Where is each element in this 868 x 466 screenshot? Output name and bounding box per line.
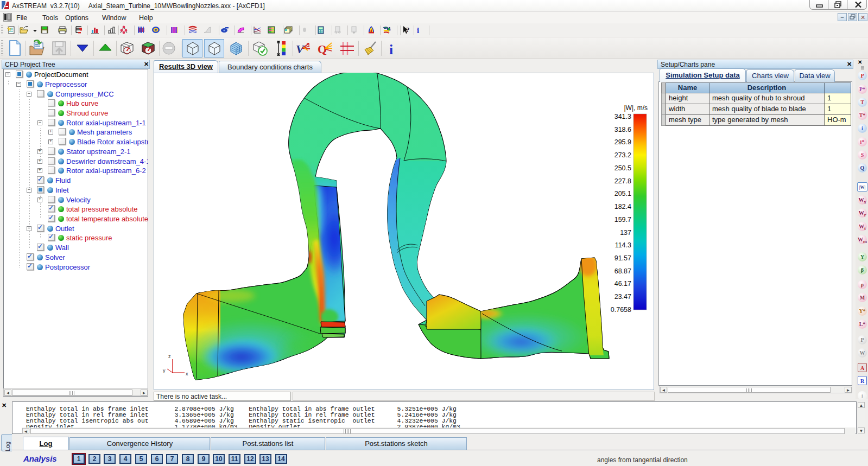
- svg-text:z: z: [168, 354, 171, 359]
- svg-text:159.7: 159.7: [614, 216, 631, 224]
- svg-text:318.6: 318.6: [614, 126, 631, 133]
- svg-text:227.8: 227.8: [614, 177, 631, 185]
- svg-text:91.57: 91.57: [614, 254, 631, 262]
- svg-text:V: V: [296, 42, 305, 56]
- svg-text:?: ?: [406, 25, 410, 34]
- svg-text:68.87: 68.87: [614, 267, 631, 275]
- svg-text:250.5: 250.5: [614, 164, 631, 172]
- svg-text:23.47: 23.47: [614, 293, 631, 301]
- svg-text:137: 137: [620, 229, 631, 237]
- svg-text:i: i: [417, 26, 419, 35]
- svg-text:|W|, m/s: |W|, m/s: [624, 104, 648, 112]
- svg-text:46.17: 46.17: [614, 280, 631, 288]
- svg-text:341.3: 341.3: [614, 113, 631, 120]
- svg-text:205.1: 205.1: [614, 190, 631, 197]
- svg-text:y: y: [163, 368, 166, 373]
- svg-text:i: i: [389, 42, 393, 57]
- svg-text:0.7658: 0.7658: [611, 306, 631, 314]
- svg-text:273.2: 273.2: [614, 151, 631, 159]
- svg-text:182.4: 182.4: [614, 203, 631, 210]
- svg-text:295.9: 295.9: [614, 138, 631, 146]
- svg-text:114.3: 114.3: [615, 241, 631, 249]
- svg-text:Q: Q: [318, 42, 327, 56]
- svg-text:x: x: [186, 371, 188, 376]
